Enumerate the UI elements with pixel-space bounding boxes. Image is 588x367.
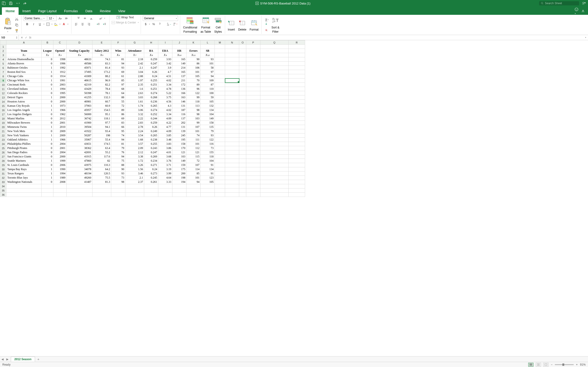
- borders-button[interactable]: [45, 22, 51, 27]
- cell[interactable]: 83.3: [92, 62, 111, 66]
- cell[interactable]: 154.5: [92, 108, 111, 112]
- cell[interactable]: [289, 163, 305, 167]
- cell[interactable]: [246, 95, 260, 100]
- cell[interactable]: [246, 193, 260, 197]
- cell[interactable]: [225, 45, 239, 49]
- cell[interactable]: [158, 45, 173, 49]
- cell[interactable]: 0: [42, 117, 53, 121]
- col-header[interactable]: J: [173, 40, 187, 45]
- cell[interactable]: 158: [173, 142, 187, 146]
- copy-icon[interactable]: [14, 22, 19, 27]
- cell[interactable]: 0.255: [144, 142, 158, 146]
- cell[interactable]: [246, 167, 260, 172]
- cell[interactable]: 95.1: [92, 112, 111, 117]
- cell[interactable]: San Francisco Giants: [6, 155, 42, 159]
- cell[interactable]: Seating Capacity: [67, 49, 92, 53]
- cell[interactable]: [289, 125, 305, 129]
- cell[interactable]: 0: [42, 57, 53, 62]
- cell[interactable]: [225, 155, 239, 159]
- cell[interactable]: 0: [42, 100, 53, 104]
- cell[interactable]: [215, 117, 225, 121]
- cell[interactable]: [246, 150, 260, 155]
- zoom-in-icon[interactable]: +: [576, 363, 578, 366]
- cell[interactable]: [246, 184, 260, 188]
- zoom-out-icon[interactable]: −: [551, 363, 553, 366]
- cell[interactable]: League: [42, 49, 53, 53]
- row-header[interactable]: 8: [0, 74, 6, 78]
- cell[interactable]: 74.3: [92, 57, 111, 62]
- cell[interactable]: [239, 53, 246, 57]
- cell[interactable]: 99: [187, 95, 201, 100]
- cell[interactable]: 98: [111, 180, 125, 184]
- cell[interactable]: [215, 129, 225, 133]
- cell[interactable]: 37903: [67, 104, 92, 108]
- cell[interactable]: 105: [201, 100, 215, 104]
- row-header[interactable]: 22: [0, 133, 6, 138]
- row-header[interactable]: 33: [0, 180, 6, 184]
- cell[interactable]: [53, 184, 67, 188]
- cell[interactable]: [215, 62, 225, 66]
- cell[interactable]: 3.34: [158, 83, 173, 87]
- paste-button[interactable]: Paste ▾: [3, 17, 12, 33]
- cell[interactable]: 2009: [53, 133, 67, 138]
- cell[interactable]: [289, 53, 305, 57]
- cell[interactable]: [225, 87, 239, 91]
- cell[interactable]: [92, 193, 111, 197]
- cell[interactable]: [215, 138, 225, 142]
- cell[interactable]: 43975: [67, 163, 92, 167]
- cell[interactable]: 0.245: [144, 176, 158, 180]
- view-page-layout-icon[interactable]: [536, 363, 541, 367]
- cell[interactable]: 149: [173, 159, 187, 163]
- cell[interactable]: [289, 172, 305, 176]
- cell[interactable]: 0.265: [144, 133, 158, 138]
- cell[interactable]: 0.247: [144, 62, 158, 66]
- cell[interactable]: 107: [187, 163, 201, 167]
- cell[interactable]: 97: [111, 83, 125, 87]
- cell[interactable]: 66: [111, 125, 125, 129]
- zoom-value[interactable]: 91%: [580, 363, 586, 366]
- cell[interactable]: 121: [173, 150, 187, 155]
- cell[interactable]: 120.5: [92, 172, 111, 176]
- horizontal-scrollbar[interactable]: [43, 358, 586, 360]
- cell[interactable]: [215, 167, 225, 172]
- cell[interactable]: X₁: [6, 53, 42, 57]
- row-header[interactable]: 28: [0, 159, 6, 163]
- cell[interactable]: 73: [201, 146, 215, 150]
- cell[interactable]: 0.247: [144, 66, 158, 70]
- row-header[interactable]: 15: [0, 104, 6, 108]
- cell[interactable]: [111, 188, 125, 193]
- cell[interactable]: [260, 117, 289, 121]
- row-header[interactable]: 16: [0, 108, 6, 112]
- cell[interactable]: [215, 100, 225, 104]
- cell[interactable]: [239, 176, 246, 180]
- cell[interactable]: 41900: [67, 121, 92, 125]
- cell[interactable]: 82.2: [92, 83, 111, 87]
- cell[interactable]: 136: [173, 87, 187, 91]
- cell[interactable]: [239, 83, 246, 87]
- cell[interactable]: [246, 83, 260, 87]
- cell[interactable]: 87: [201, 83, 215, 87]
- cell[interactable]: 1: [42, 176, 53, 180]
- cell[interactable]: 99: [187, 121, 201, 125]
- cell[interactable]: Houston Astros: [6, 100, 42, 104]
- cell[interactable]: 3.06: [125, 108, 144, 112]
- cell[interactable]: 73: [111, 176, 125, 180]
- cell[interactable]: 1989: [53, 176, 67, 180]
- row-header[interactable]: 26: [0, 150, 6, 155]
- select-all-corner[interactable]: [0, 40, 6, 45]
- cell[interactable]: 50287: [67, 133, 92, 138]
- undo-icon[interactable]: ▾: [16, 1, 20, 5]
- cell[interactable]: [260, 53, 289, 57]
- cell[interactable]: 55: [111, 100, 125, 104]
- cell[interactable]: [260, 62, 289, 66]
- cell[interactable]: Salary 2012: [92, 49, 111, 53]
- cell[interactable]: 211: [173, 78, 187, 83]
- tab-formulas[interactable]: Formulas: [61, 7, 82, 15]
- cell[interactable]: [260, 108, 289, 112]
- cell[interactable]: 118.1: [92, 117, 111, 121]
- cell[interactable]: [246, 121, 260, 125]
- cell[interactable]: [158, 193, 173, 197]
- cell[interactable]: [246, 57, 260, 62]
- cell[interactable]: 75.5: [92, 176, 111, 180]
- cell[interactable]: [289, 150, 305, 155]
